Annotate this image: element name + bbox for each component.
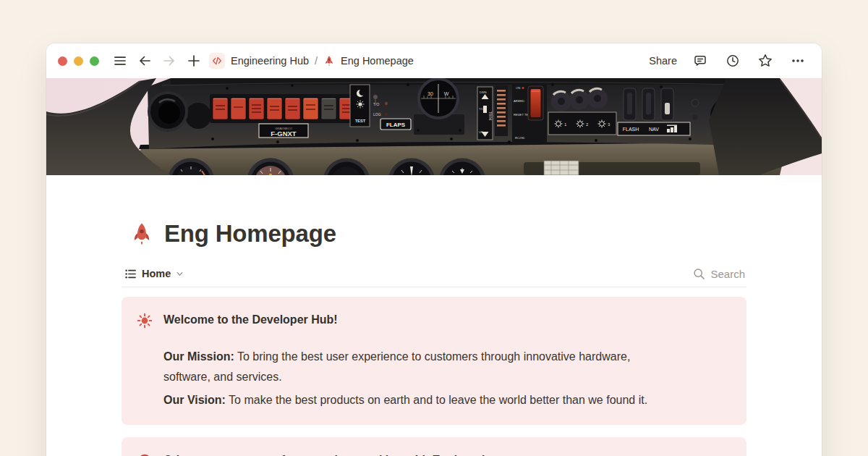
svg-text:T/O: T/O <box>373 102 379 106</box>
breadcrumb-page[interactable]: Eng Homepage <box>341 55 414 67</box>
arrow-left-icon <box>137 54 152 68</box>
mission-text-line2: software, and services. <box>163 371 282 383</box>
page-title[interactable]: Eng Homepage <box>164 219 336 249</box>
breadcrumb: Engineering Hub / Eng Homepage <box>209 53 414 69</box>
cover-flaps-label: FLAPS <box>386 122 406 128</box>
updates-button[interactable] <box>723 51 742 71</box>
clock-icon <box>726 54 740 68</box>
comments-button[interactable] <box>691 51 710 71</box>
hamburger-icon <box>113 54 127 68</box>
breadcrumb-separator: / <box>315 55 318 67</box>
forward-button[interactable] <box>160 51 179 71</box>
toolbar-actions: Share <box>649 51 807 71</box>
sidebar-toggle-button[interactable] <box>111 51 129 71</box>
view-tabs-row: Home Search <box>122 261 746 287</box>
cover-image[interactable]: GRAVISECO F-GNXT TEST T/O LOG FLAPS <box>46 78 822 175</box>
breadcrumb-workspace[interactable]: Engineering Hub <box>231 55 309 67</box>
search-label: Search <box>710 268 745 280</box>
comment-icon <box>693 54 707 68</box>
svg-text:ON: ON <box>516 86 520 90</box>
view-tab-label: Home <box>142 268 171 279</box>
mission-label: Our Mission: <box>163 350 234 363</box>
vision-label: Our Vision: <box>163 394 226 406</box>
title-row: Eng Homepage <box>122 216 746 252</box>
new-page-button[interactable] <box>184 51 203 71</box>
vision-text: To make the best products on earth and t… <box>226 394 647 406</box>
cover-nav-label: NAV <box>649 127 659 132</box>
cover-registration-label: F-GNXT <box>271 130 297 138</box>
page-content: Eng Homepage Home Search Welcome to the … <box>46 216 822 456</box>
cover-dwn-label: DWN <box>480 90 487 94</box>
cockpit-cover-graphic: GRAVISECO F-GNXT TEST T/O LOG FLAPS <box>46 78 822 175</box>
cover-test-label: TEST <box>355 119 366 123</box>
notion-window: Engineering Hub / Eng Homepage Share <box>46 43 822 456</box>
resources-callout-body: Other resources to reference when workin… <box>163 452 503 456</box>
list-view-icon <box>124 268 137 280</box>
more-options-button[interactable] <box>788 51 807 71</box>
resources-heading[interactable]: Other resources to reference when workin… <box>163 452 503 456</box>
back-button[interactable] <box>135 51 154 71</box>
favorite-button[interactable] <box>756 51 775 71</box>
window-toolbar: Engineering Hub / Eng Homepage Share <box>46 43 822 78</box>
resources-callout: Other resources to reference when workin… <box>122 437 746 456</box>
close-window-button[interactable] <box>58 56 67 66</box>
share-button[interactable]: Share <box>649 55 677 67</box>
vision-paragraph[interactable]: Our Vision: To make the best products on… <box>163 390 647 410</box>
workspace-code-icon <box>209 53 225 69</box>
rocket-icon <box>323 55 335 67</box>
alert-icon <box>137 453 153 456</box>
traffic-lights <box>58 56 99 66</box>
cover-flash-label: FLASH <box>623 127 639 132</box>
cover-compass-heading: 30 <box>427 91 433 96</box>
welcome-heading[interactable]: Welcome to the Developer Hub! <box>163 311 647 329</box>
cover-to-label: T/O <box>479 107 484 111</box>
cover-trim-label: TRIM <box>488 111 493 120</box>
cover-armed-label: ARMED <box>514 99 524 103</box>
arrow-right-icon <box>162 54 176 68</box>
zoom-window-button[interactable] <box>90 56 99 66</box>
ellipsis-icon <box>791 54 805 68</box>
cover-rc-label: RC290 <box>515 136 525 140</box>
cover-compass-west: W <box>444 91 449 96</box>
page-icon-rocket[interactable] <box>129 221 155 247</box>
welcome-callout: Welcome to the Developer Hub! Our Missio… <box>122 297 746 425</box>
mission-paragraph[interactable]: Our Mission: To bring the best user expe… <box>163 347 647 387</box>
welcome-callout-body: Welcome to the Developer Hub! Our Missio… <box>163 311 647 413</box>
minimize-window-button[interactable] <box>74 56 83 66</box>
sun-icon <box>137 313 153 329</box>
search-button[interactable]: Search <box>692 268 746 280</box>
plus-icon <box>187 54 201 68</box>
view-tab-home[interactable]: Home <box>122 268 187 280</box>
chevron-down-icon <box>176 270 184 278</box>
search-icon <box>693 268 705 280</box>
cover-log-label: LOG <box>373 112 381 117</box>
rocket-icon <box>129 221 154 246</box>
mission-text-line1: To bring the best user experience to cus… <box>234 350 631 363</box>
star-icon <box>757 53 773 69</box>
